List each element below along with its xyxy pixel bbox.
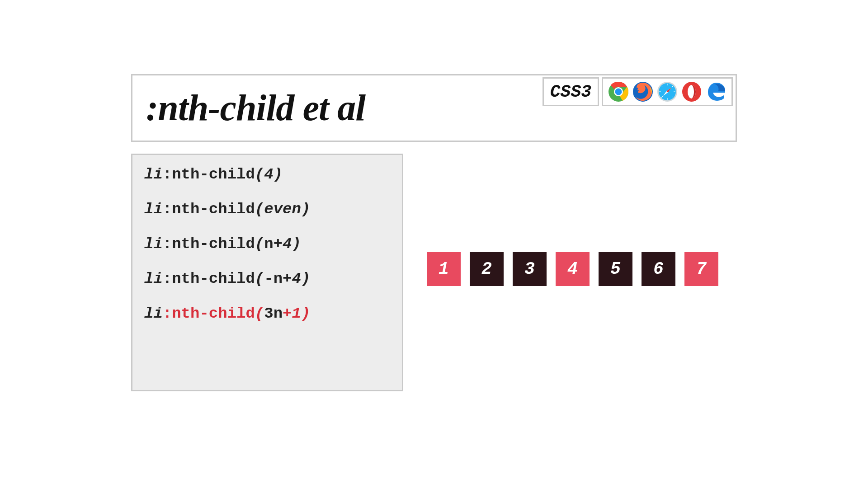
code-line: li:nth-child(even) — [144, 201, 390, 218]
svg-point-2 — [615, 89, 622, 95]
slide-header: :nth-child et al CSS3 — [131, 74, 737, 142]
firefox-icon — [632, 81, 654, 103]
chrome-icon — [608, 81, 629, 103]
demo-box: 4 — [556, 252, 590, 286]
page-title: :nth-child et al — [132, 75, 542, 141]
code-panel: li:nth-child(4)li:nth-child(even)li:nth-… — [131, 154, 403, 391]
safari-icon — [656, 81, 678, 103]
opera-icon — [681, 81, 703, 103]
code-line: li:nth-child(4) — [144, 166, 390, 183]
edge-icon — [705, 81, 727, 103]
demo-box: 3 — [513, 252, 547, 286]
code-line: li:nth-child(n+4) — [144, 235, 390, 253]
demo-box: 1 — [427, 252, 461, 286]
code-line: li:nth-child(-n+4) — [144, 270, 390, 288]
demo-box: 5 — [599, 252, 632, 286]
code-line: li:nth-child(3n+1) — [144, 305, 390, 323]
demo-box: 6 — [642, 252, 675, 286]
demo-box: 2 — [470, 252, 504, 286]
browser-support-badge — [602, 77, 733, 106]
support-badges: CSS3 — [542, 75, 736, 141]
demo-strip: 1234567 — [427, 252, 737, 286]
spec-badge: CSS3 — [542, 77, 599, 106]
demo-box: 7 — [684, 252, 718, 286]
slide: :nth-child et al CSS3 — [87, 49, 781, 439]
